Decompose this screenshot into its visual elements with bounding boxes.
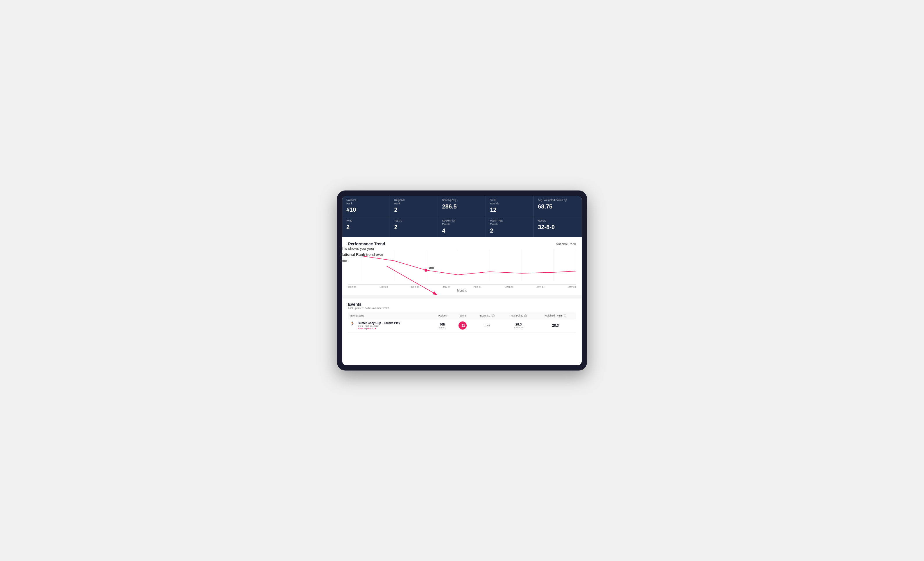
score-cell: -22 bbox=[453, 319, 473, 332]
events-title: Events bbox=[348, 302, 576, 307]
th-position: Position bbox=[432, 313, 453, 319]
info-icon-total-points[interactable]: i bbox=[524, 314, 527, 317]
th-event-sg: Event SG i bbox=[472, 313, 502, 319]
perf-subtitle: National Rank bbox=[556, 242, 576, 246]
total-points-cell: 28.3 3 Rounds bbox=[502, 319, 535, 332]
chart-x-title: Months bbox=[348, 289, 576, 292]
position-value: 6th bbox=[434, 322, 450, 326]
weighted-points-value: 28.3 bbox=[552, 323, 559, 328]
chart-x-labels: OCT 23 NOV 23 DEC 23 JAN 24 FEB 24 MAR 2… bbox=[348, 284, 576, 288]
stat-record: Record 32-8-0 bbox=[534, 216, 582, 236]
annotation-text: This shows you your National Rank trend … bbox=[340, 246, 387, 264]
x-label-mar24: MAR 24 bbox=[505, 286, 513, 288]
table-row: 🏌️ Buster Cozy Cup – Stroke Play Oct 9 -… bbox=[348, 319, 576, 332]
total-points-value: 28.3 bbox=[504, 323, 532, 326]
th-weighted-points: Weighted Points i bbox=[535, 313, 576, 319]
events-table: Event Name Position Score Event SG i Tot… bbox=[348, 313, 576, 332]
event-sg-value: 0.45 bbox=[484, 324, 490, 327]
event-cell-inner: 🏌️ Buster Cozy Cup – Stroke Play Oct 9 -… bbox=[350, 322, 430, 330]
info-icon-avg-weighted[interactable]: i bbox=[564, 199, 567, 202]
stats-row-2: Wins 2 Top 3s 2 Stroke PlayEvents 4 Matc… bbox=[342, 216, 582, 236]
th-score: Score bbox=[453, 313, 473, 319]
event-date: Oct 9 - Oct 10, 2023 bbox=[358, 325, 400, 327]
score-badge: -22 bbox=[459, 322, 466, 329]
x-label-oct23: OCT 23 bbox=[348, 286, 356, 288]
events-last-updated: Last updated: 24th November 2023 bbox=[348, 307, 576, 310]
x-label-feb24: FEB 24 bbox=[474, 286, 482, 288]
tablet-frame: NationalRank #10 RegionalRank 2 Scoring … bbox=[337, 190, 587, 371]
total-rounds: 3 Rounds bbox=[504, 326, 532, 329]
x-label-dec23: DEC 23 bbox=[411, 286, 419, 288]
event-golf-icon: 🏌️ bbox=[350, 322, 355, 326]
annotation-bold: National Rank bbox=[340, 252, 365, 257]
event-name: Buster Cozy Cup – Stroke Play bbox=[358, 322, 400, 325]
x-label-nov23: NOV 23 bbox=[380, 286, 388, 288]
stat-national-rank: NationalRank #10 bbox=[342, 196, 390, 216]
stat-avg-weighted: Avg. Weighted Points i 68.75 bbox=[534, 196, 582, 216]
chart-label: #10 bbox=[429, 266, 434, 270]
event-info: Buster Cozy Cup – Stroke Play Oct 9 - Oc… bbox=[358, 322, 400, 330]
tablet-screen: NationalRank #10 RegionalRank 2 Scoring … bbox=[342, 196, 582, 365]
x-label-may24: MAY 24 bbox=[568, 286, 576, 288]
position-cell: 6th out of 7 bbox=[432, 319, 453, 332]
weighted-points-cell: 28.3 bbox=[535, 319, 576, 332]
chart-point bbox=[424, 269, 428, 272]
event-cell: 🏌️ Buster Cozy Cup – Stroke Play Oct 9 -… bbox=[348, 319, 432, 332]
annotation-box: This shows you your National Rank trend … bbox=[340, 246, 387, 264]
stat-top3s: Top 3s 2 bbox=[390, 216, 438, 236]
stat-wins: Wins 2 bbox=[342, 216, 390, 236]
stat-stroke-play: Stroke PlayEvents 4 bbox=[438, 216, 486, 236]
stat-match-play: Match PlayEvents 2 bbox=[486, 216, 534, 236]
stats-row-1: NationalRank #10 RegionalRank 2 Scoring … bbox=[342, 196, 582, 216]
th-event-name: Event Name bbox=[348, 313, 432, 319]
events-section: Events Last updated: 24th November 2023 … bbox=[342, 297, 582, 336]
rank-impact-label: Rank Impact: 3 bbox=[358, 327, 374, 330]
info-icon-weighted-points[interactable]: i bbox=[564, 314, 566, 317]
rank-impact-arrow: ▼ bbox=[374, 327, 376, 330]
stat-scoring-avg: Scoring Avg. 286.5 bbox=[438, 196, 486, 216]
info-icon-event-sg[interactable]: i bbox=[492, 314, 495, 317]
stat-total-rounds: TotalRounds 12 bbox=[486, 196, 534, 216]
x-label-jan24: JAN 24 bbox=[442, 286, 450, 288]
th-total-points: Total Points i bbox=[502, 313, 535, 319]
position-sub: out of 7 bbox=[434, 326, 450, 329]
x-label-apr24: APR 24 bbox=[536, 286, 544, 288]
rank-impact: Rank Impact: 3 ▼ bbox=[358, 327, 400, 330]
content-area[interactable]: NationalRank #10 RegionalRank 2 Scoring … bbox=[342, 196, 582, 365]
event-sg-cell: 0.45 bbox=[472, 319, 502, 332]
table-header-row: Event Name Position Score Event SG i Tot… bbox=[348, 313, 576, 319]
stat-regional-rank: RegionalRank 2 bbox=[390, 196, 438, 216]
